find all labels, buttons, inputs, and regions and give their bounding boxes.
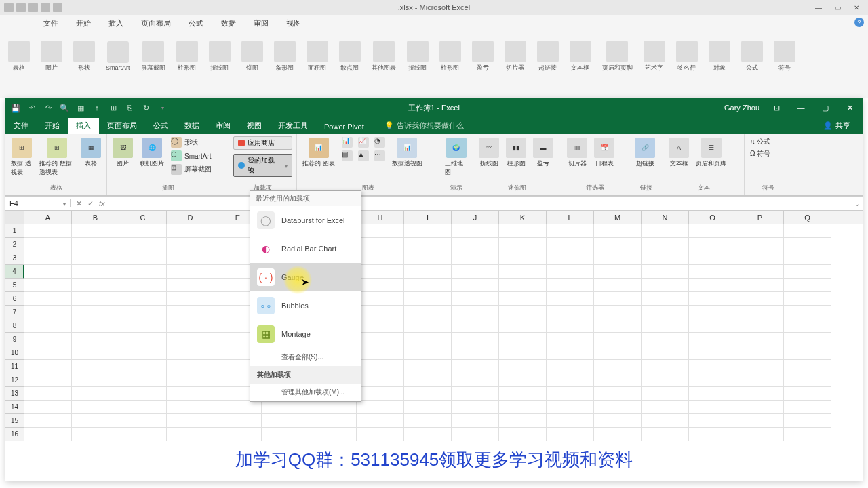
cell[interactable] — [784, 401, 831, 414]
timeline-button[interactable]: 📅日程表 — [593, 136, 616, 169]
cell[interactable] — [499, 265, 547, 279]
cell[interactable] — [72, 401, 119, 414]
cell[interactable] — [547, 387, 594, 401]
column-header[interactable]: Q — [784, 211, 831, 224]
column-header[interactable]: C — [119, 211, 167, 224]
row-header[interactable]: 2 — [5, 238, 24, 251]
cell[interactable] — [547, 428, 594, 441]
cell[interactable] — [784, 238, 831, 251]
cell[interactable] — [404, 319, 452, 333]
cell[interactable] — [72, 346, 119, 360]
cell[interactable] — [72, 238, 119, 251]
cell[interactable] — [642, 251, 689, 265]
cell[interactable] — [736, 387, 784, 401]
cell[interactable] — [736, 401, 784, 414]
pictures-button[interactable]: 🖼图片 — [111, 136, 134, 169]
maximize-button[interactable]: ▢ — [818, 102, 833, 114]
screenshot-button[interactable]: ⊡屏幕截图 — [170, 163, 213, 176]
cell[interactable] — [499, 306, 547, 319]
recommended-pivot-button[interactable]: ⊞推荐的 数据透视表 — [38, 136, 75, 178]
ribbon-tab[interactable]: 开始 — [37, 118, 68, 134]
cell[interactable] — [24, 333, 72, 346]
qat-icon[interactable]: 🔍 — [60, 103, 69, 113]
cell[interactable] — [642, 428, 689, 441]
maximize-button[interactable]: ▭ — [830, 2, 845, 13]
qat-icon[interactable] — [53, 3, 62, 12]
cell[interactable] — [72, 251, 119, 265]
qat-icon[interactable]: ↕ — [92, 103, 102, 113]
cell[interactable] — [499, 401, 547, 414]
row-header[interactable]: 5 — [5, 279, 24, 292]
symbol-button[interactable]: Ω 符号 — [749, 148, 772, 159]
cell[interactable] — [167, 360, 214, 373]
cell[interactable] — [167, 224, 214, 238]
3d-map-button[interactable]: 🌍三维地 图 — [443, 136, 469, 178]
bar-chart-icon[interactable]: ▤ — [340, 150, 354, 162]
cell[interactable] — [357, 346, 404, 360]
cell[interactable] — [357, 319, 404, 333]
column-header[interactable]: P — [736, 211, 784, 224]
bg-ribbon-button[interactable]: 符号 — [774, 41, 795, 73]
column-header[interactable]: N — [642, 211, 689, 224]
cell[interactable] — [119, 279, 167, 292]
cell[interactable] — [404, 292, 452, 306]
cell[interactable] — [689, 319, 736, 333]
qat-icon[interactable]: ⊞ — [108, 103, 118, 113]
cell[interactable] — [642, 373, 689, 387]
cell[interactable] — [736, 251, 784, 265]
column-header[interactable]: H — [357, 211, 404, 224]
cell[interactable] — [689, 292, 736, 306]
row-header[interactable]: 16 — [5, 428, 24, 441]
cell[interactable] — [119, 306, 167, 319]
cell[interactable] — [24, 319, 72, 333]
cell[interactable] — [547, 251, 594, 265]
scatter-chart-icon[interactable]: ⋯ — [373, 150, 387, 162]
cell[interactable] — [357, 373, 404, 387]
bg-ribbon-button[interactable]: 柱形图 — [439, 41, 461, 73]
cell[interactable] — [24, 292, 72, 306]
cell[interactable] — [24, 387, 72, 401]
qat-more-icon[interactable] — [157, 103, 167, 113]
bg-tab[interactable]: 插入 — [106, 17, 126, 30]
cell[interactable] — [167, 428, 214, 441]
cell[interactable] — [452, 428, 499, 441]
cell[interactable] — [404, 306, 452, 319]
cell[interactable] — [24, 224, 72, 238]
cell[interactable] — [784, 360, 831, 373]
row-header[interactable]: 13 — [5, 387, 24, 401]
cell[interactable] — [594, 251, 642, 265]
cell[interactable] — [452, 265, 499, 279]
cell[interactable] — [736, 292, 784, 306]
cell[interactable] — [404, 265, 452, 279]
bg-ribbon-button[interactable]: SmartArt — [106, 41, 130, 71]
cell[interactable] — [24, 360, 72, 373]
cell[interactable] — [736, 238, 784, 251]
cell[interactable] — [357, 387, 404, 401]
cell[interactable] — [357, 360, 404, 373]
bg-ribbon-button[interactable]: 盈亏 — [472, 41, 494, 73]
bg-ribbon-button[interactable]: 散点图 — [339, 41, 361, 73]
cell[interactable] — [594, 401, 642, 414]
ribbon-tab[interactable]: 视图 — [239, 118, 270, 134]
column-header[interactable]: D — [167, 211, 214, 224]
cell[interactable] — [167, 306, 214, 319]
cell[interactable] — [72, 428, 119, 441]
cell[interactable] — [404, 238, 452, 251]
cell[interactable] — [642, 346, 689, 360]
hyperlink-button[interactable]: 🔗超链接 — [633, 136, 656, 169]
shapes-button[interactable]: ◯形状 — [170, 136, 213, 148]
cell[interactable] — [167, 414, 214, 428]
sparkline-column-button[interactable]: ▮▮柱形图 — [505, 136, 528, 169]
cell[interactable] — [594, 265, 642, 279]
cell[interactable] — [689, 387, 736, 401]
cell[interactable] — [452, 292, 499, 306]
fx-icon[interactable]: fx — [99, 199, 105, 207]
cell[interactable] — [119, 224, 167, 238]
cell[interactable] — [736, 279, 784, 292]
cell[interactable] — [452, 251, 499, 265]
cell[interactable] — [547, 401, 594, 414]
area-chart-icon[interactable]: ▲ — [357, 150, 370, 162]
column-header[interactable]: I — [404, 211, 452, 224]
cell[interactable] — [167, 265, 214, 279]
cell[interactable] — [167, 401, 214, 414]
